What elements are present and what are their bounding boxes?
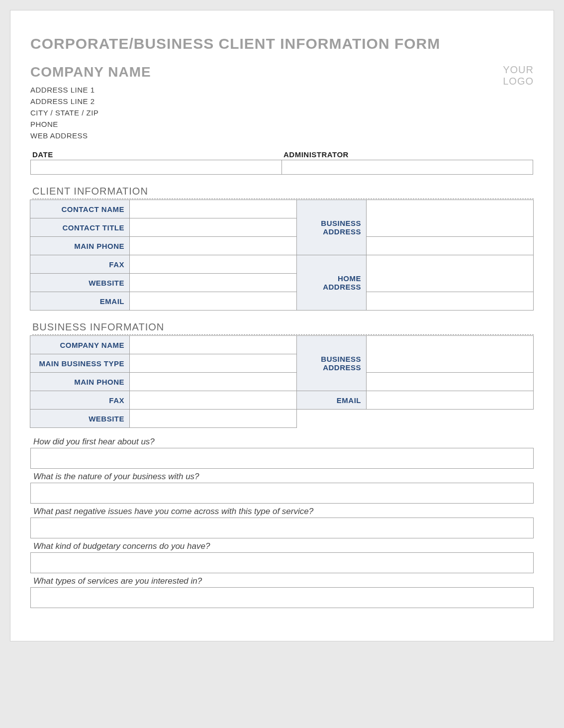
form-title: CORPORATE/BUSINESS CLIENT INFORMATION FO… bbox=[30, 35, 534, 52]
question-5-text: What types of services are you intereste… bbox=[33, 576, 534, 586]
question-5-input[interactable] bbox=[30, 587, 534, 608]
question-4-input[interactable] bbox=[30, 552, 534, 573]
client-info-grid: CONTACT NAME CONTACT TITLE MAIN PHONE FA… bbox=[30, 200, 534, 311]
address-web: WEB ADDRESS bbox=[30, 130, 151, 141]
input-contact-name[interactable] bbox=[129, 200, 297, 218]
question-5-block: What types of services are you intereste… bbox=[30, 576, 534, 608]
question-1-input[interactable] bbox=[30, 448, 534, 469]
document-page: CORPORATE/BUSINESS CLIENT INFORMATION FO… bbox=[10, 10, 554, 641]
label-main-phone: MAIN PHONE bbox=[30, 236, 130, 255]
logo-placeholder: YOUR LOGO bbox=[503, 64, 534, 87]
label-b-main-type: MAIN BUSINESS TYPE bbox=[30, 354, 130, 373]
input-b-fax[interactable] bbox=[129, 391, 297, 410]
label-website: WEBSITE bbox=[30, 273, 130, 292]
question-2-text: What is the nature of your business with… bbox=[33, 472, 534, 482]
input-b-email[interactable] bbox=[366, 391, 534, 410]
input-fax[interactable] bbox=[129, 255, 297, 274]
question-1-text: How did you first hear about us? bbox=[33, 437, 534, 447]
label-b-email: EMAIL bbox=[296, 391, 367, 410]
question-3-input[interactable] bbox=[30, 518, 534, 538]
date-input[interactable] bbox=[30, 160, 282, 175]
input-home-address-1[interactable] bbox=[366, 255, 534, 292]
administrator-label: ADMINISTRATOR bbox=[282, 149, 534, 160]
label-b-fax: FAX bbox=[30, 391, 130, 410]
address-city-state-zip: CITY / STATE / ZIP bbox=[30, 107, 151, 118]
question-3-text: What past negative issues have you come … bbox=[33, 507, 534, 517]
label-b-business-address: BUSINESS ADDRESS bbox=[296, 335, 367, 391]
label-b-company-name: COMPANY NAME bbox=[30, 335, 130, 354]
label-contact-name: CONTACT NAME bbox=[30, 200, 130, 218]
input-contact-title[interactable] bbox=[129, 218, 297, 237]
address-line-1: ADDRESS LINE 1 bbox=[30, 84, 151, 96]
input-business-address-2[interactable] bbox=[366, 236, 534, 255]
logo-line-1: YOUR bbox=[503, 64, 534, 76]
question-4-text: What kind of budgetary concerns do you h… bbox=[33, 541, 534, 551]
date-label: DATE bbox=[30, 149, 282, 160]
date-admin-row: DATE ADMINISTRATOR bbox=[30, 149, 534, 175]
input-b-website[interactable] bbox=[129, 409, 297, 428]
question-3-block: What past negative issues have you come … bbox=[30, 507, 534, 538]
input-home-address-2[interactable] bbox=[366, 292, 534, 311]
input-b-company-name[interactable] bbox=[129, 335, 297, 354]
input-website[interactable] bbox=[129, 273, 297, 292]
business-info-grid: COMPANY NAME MAIN BUSINESS TYPE MAIN PHO… bbox=[30, 336, 534, 428]
header-row: COMPANY NAME ADDRESS LINE 1 ADDRESS LINE… bbox=[30, 64, 534, 141]
label-b-website: WEBSITE bbox=[30, 409, 130, 428]
input-b-business-address-1[interactable] bbox=[366, 335, 534, 373]
input-business-address-1[interactable] bbox=[366, 200, 534, 237]
input-main-phone[interactable] bbox=[129, 236, 297, 255]
question-2-input[interactable] bbox=[30, 483, 534, 504]
question-2-block: What is the nature of your business with… bbox=[30, 472, 534, 504]
address-line-2: ADDRESS LINE 2 bbox=[30, 96, 151, 107]
label-email: EMAIL bbox=[30, 292, 130, 311]
section-business-info: BUSINESS INFORMATION bbox=[32, 321, 534, 335]
label-b-main-phone: MAIN PHONE bbox=[30, 372, 130, 391]
question-4-block: What kind of budgetary concerns do you h… bbox=[30, 541, 534, 573]
label-business-address: BUSINESS ADDRESS bbox=[296, 200, 367, 255]
input-b-main-type[interactable] bbox=[129, 354, 297, 373]
company-block: COMPANY NAME ADDRESS LINE 1 ADDRESS LINE… bbox=[30, 64, 151, 141]
label-contact-title: CONTACT TITLE bbox=[30, 218, 130, 237]
address-phone: PHONE bbox=[30, 118, 151, 130]
company-name: COMPANY NAME bbox=[30, 64, 151, 80]
input-b-business-address-2[interactable] bbox=[366, 372, 534, 391]
input-email[interactable] bbox=[129, 292, 297, 311]
administrator-input[interactable] bbox=[282, 160, 533, 175]
section-client-info: CLIENT INFORMATION bbox=[32, 186, 534, 199]
logo-line-2: LOGO bbox=[503, 76, 534, 87]
question-1-block: How did you first hear about us? bbox=[30, 437, 534, 469]
label-home-address: HOME ADDRESS bbox=[296, 255, 367, 311]
company-address-lines: ADDRESS LINE 1 ADDRESS LINE 2 CITY / STA… bbox=[30, 84, 151, 141]
label-fax: FAX bbox=[30, 255, 130, 274]
input-b-main-phone[interactable] bbox=[129, 372, 297, 391]
